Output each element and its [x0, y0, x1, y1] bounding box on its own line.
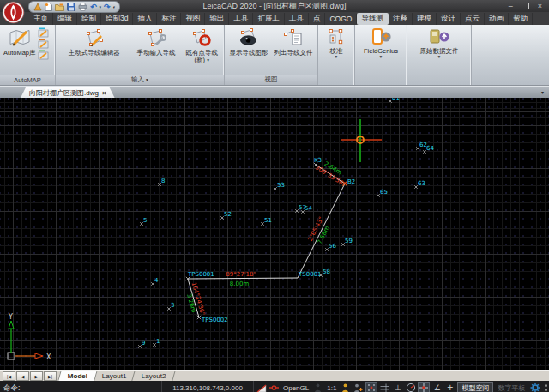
close-button[interactable]: ×: [538, 3, 542, 10]
layout-tab-layout1[interactable]: Layout1: [92, 371, 136, 381]
point-label-53[interactable]: 53: [277, 182, 285, 189]
layout-tab-model[interactable]: Model: [57, 371, 98, 381]
digitizer-toggle[interactable]: 数字平板: [495, 383, 528, 392]
point-label-3[interactable]: 3: [171, 302, 174, 309]
ribbon-tab-14[interactable]: 注释: [389, 13, 413, 25]
point-label-65[interactable]: 65: [380, 189, 388, 196]
point-label-5[interactable]: 5: [143, 217, 147, 224]
ribbon-tab-0[interactable]: 主页: [29, 13, 53, 25]
ribbon-tab-19[interactable]: 帮助: [509, 13, 533, 25]
point-label-51[interactable]: 51: [264, 217, 272, 224]
next-layout-icon[interactable]: ▶: [30, 371, 43, 381]
automap-symbol-icon[interactable]: [38, 50, 49, 60]
ribbon-tab-15[interactable]: 建模: [413, 13, 437, 25]
ribbon-tab-10[interactable]: 工具: [285, 13, 309, 25]
point-label-56[interactable]: 56: [329, 243, 336, 250]
minimize-button[interactable]: –: [509, 3, 513, 10]
ortho-mode-icon[interactable]: ⊥: [392, 383, 403, 392]
ribbon-collapse-icon[interactable]: ▾: [541, 89, 544, 95]
object-track-icon[interactable]: ∠: [431, 383, 443, 392]
view-group-label[interactable]: 视图: [225, 75, 317, 85]
automap-group-label[interactable]: AutoMAP: [0, 75, 55, 85]
manual-input-traverse-button[interactable]: 手动输入导线: [130, 26, 181, 57]
ribbon-tab-4[interactable]: 插入: [133, 13, 157, 25]
document-close-icon[interactable]: ×: [102, 89, 106, 97]
annotation-scale[interactable]: 1:1: [325, 384, 338, 392]
automap-layer-icon[interactable]: [38, 27, 49, 38]
drawing-canvas[interactable]: K3B2TS0001TPS0001TPS0002309°33'56"2.64m2…: [0, 98, 549, 370]
ribbon-tab-1[interactable]: 编辑: [53, 13, 77, 25]
annotation-visibility-icon[interactable]: [340, 383, 351, 392]
ribbon-tab-6[interactable]: 视图: [181, 13, 205, 25]
opengl-indicator[interactable]: OpenGL: [281, 384, 311, 392]
station-label-TPS0001[interactable]: TPS0001: [187, 271, 214, 278]
station-label-TS0001[interactable]: TS0001: [298, 271, 322, 278]
raw-data-file-button[interactable]: 原始数据文件 ▾: [407, 25, 472, 85]
app-logo-icon[interactable]: [2, 1, 25, 27]
annotation-person-icon[interactable]: [312, 383, 323, 392]
automap-library-button[interactable]: AutoMap库: [2, 26, 38, 57]
polar-tracking-icon[interactable]: [405, 383, 416, 392]
station-label-K3[interactable]: K3: [314, 157, 322, 164]
ribbon-tab-18[interactable]: 动画: [485, 13, 509, 25]
coordinate-display[interactable]: 113.310,108.743,0.000: [161, 381, 254, 392]
point-label-4[interactable]: 4: [154, 277, 159, 284]
ribbon-tab-8[interactable]: 工具: [229, 13, 253, 25]
station-label-TPS0002[interactable]: TPS0002: [201, 317, 228, 323]
ribbon-tab-9[interactable]: 扩展工: [253, 13, 285, 25]
settings-gear-icon[interactable]: [529, 383, 540, 392]
crosshair-toggle-icon[interactable]: +: [444, 383, 455, 392]
point-label-54[interactable]: 54: [305, 205, 312, 212]
point-label-9[interactable]: 9: [142, 340, 145, 347]
calibrate-icon: [326, 27, 347, 47]
automap-hatch-icon[interactable]: [38, 39, 49, 49]
active-traverse-editor-button[interactable]: 主动式导线编辑器: [57, 26, 130, 57]
fieldgenius-button[interactable]: FieldGenius ▾: [355, 25, 407, 85]
ribbon-group-automap: AutoMap库 AutoMAP: [0, 25, 56, 85]
station-label-B2[interactable]: B2: [347, 178, 355, 185]
ribbon-group-view: 显示导线图形 列出导线文件 视图: [225, 25, 318, 85]
ribbon-tab-16[interactable]: 设计: [437, 13, 461, 25]
input-group-label[interactable]: 输入▾: [56, 75, 224, 85]
ribbon-tab-12[interactable]: COGO: [325, 14, 357, 24]
command-prompt[interactable]: 命令:: [3, 383, 20, 392]
ribbon-tab-7[interactable]: 输出: [205, 13, 229, 25]
document-tab-bar: 向阳村棚户区测图.dwg × ▾: [0, 86, 549, 98]
existing-points-traverse-button[interactable]: 既有点导线 (新) ▾: [181, 26, 222, 64]
point-label-81[interactable]: 81: [392, 98, 400, 101]
annotation-add-icon[interactable]: [353, 383, 364, 392]
point-label-64[interactable]: 64: [426, 145, 434, 152]
traverse-points-icon: [190, 27, 213, 48]
point-label-52[interactable]: 52: [224, 211, 232, 218]
prev-layout-icon[interactable]: ◀: [16, 371, 29, 381]
ribbon-tab-17[interactable]: 点云: [461, 13, 485, 25]
point-label-63[interactable]: 63: [418, 180, 425, 187]
show-traverse-graphics-label: 显示导线图形: [230, 50, 268, 57]
show-traverse-graphics-button[interactable]: 显示导线图形: [226, 26, 271, 57]
point-label-59[interactable]: 59: [345, 238, 353, 244]
slope-display-icon[interactable]: [256, 383, 267, 392]
ribbon-tab-2[interactable]: 绘制: [77, 13, 101, 25]
calibrate-button[interactable]: 校准 ▾: [318, 25, 355, 85]
point-label-1[interactable]: 1: [156, 338, 160, 345]
snap-mode-icon[interactable]: [365, 382, 377, 392]
point-label-8[interactable]: 8: [161, 178, 165, 184]
layout-tab-layout2[interactable]: Layout2: [131, 371, 176, 381]
ribbon-group-input: 主动式导线编辑器 手动输入导线: [56, 25, 225, 85]
ribbon-tab-3[interactable]: 绘制3d: [101, 13, 133, 25]
maximize-button[interactable]: [522, 3, 529, 9]
last-layout-icon[interactable]: ▶|: [44, 371, 57, 381]
ribbon-tab-5[interactable]: 标注: [157, 13, 181, 25]
first-layout-icon[interactable]: |◀: [3, 371, 15, 381]
grid-display-icon[interactable]: [379, 383, 390, 392]
list-traverse-file-button[interactable]: 列出导线文件: [271, 26, 316, 57]
object-snap-icon[interactable]: [418, 382, 430, 392]
drawing-area[interactable]: K3B2TS0001TPS0001TPS0002309°33'56"2.64m2…: [0, 98, 549, 370]
ribbon-tab-13[interactable]: 导线测: [357, 13, 389, 25]
document-tab[interactable]: 向阳村棚户区测图.dwg ×: [21, 87, 115, 98]
ribbon-tab-11[interactable]: 点: [309, 13, 326, 25]
tablet-pin-icon[interactable]: [268, 383, 280, 392]
statusbar-grip-icon[interactable]: [545, 384, 547, 391]
model-space-button[interactable]: 模型空间: [457, 382, 493, 392]
point-label-58[interactable]: 58: [323, 268, 330, 275]
